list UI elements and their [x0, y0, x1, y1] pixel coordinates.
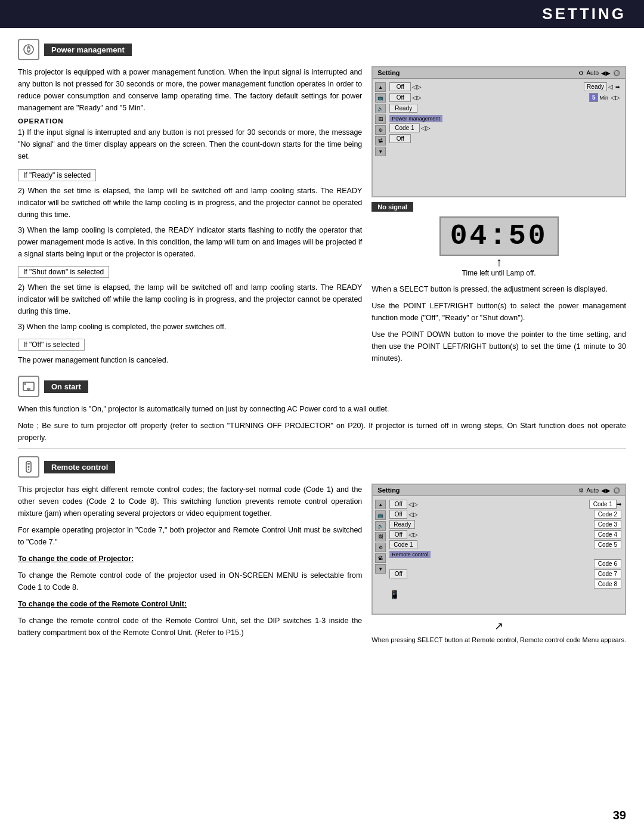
change-projector-text: To change the Remote control code of the…: [18, 569, 362, 593]
svg-point-1: [27, 48, 30, 51]
proj-title-left: Setting: [377, 69, 400, 76]
proj-sidebar: ▲ 📺 🔊 🖼 ⚙ 📽 ▼: [374, 81, 387, 157]
rc-row1-btn: Off: [389, 500, 407, 509]
condition1-label: If "Ready" is selected: [23, 171, 91, 179]
proj-rc-titlebar: Setting ⚙ Auto ◀▶ 🔘: [373, 485, 625, 496]
section-divider: [18, 448, 626, 449]
projector-ui-power: Setting ⚙ Auto ◀▶ 🔘 ▲ 📺 🔊 🖼 ⚙: [371, 66, 626, 197]
rc-caption: When pressing SELECT button at Remote co…: [371, 635, 626, 645]
condition2-text1: 2) When the set time is elapsed, the lam…: [18, 281, 362, 317]
remote-body2: For example operating projector in "Code…: [18, 524, 362, 548]
rc-row6-value: Code 6: [594, 559, 621, 568]
rc-row1: Off ◁▷ Code 1 ➡: [389, 500, 621, 509]
rc-row2-btn: Off: [389, 510, 407, 519]
page-title: SETTING: [542, 5, 626, 23]
change-projector-label: To change the code of Projector:: [18, 553, 362, 565]
proj-main: Off ◁▷ Ready ◁ ➡ Off ◁▷ 5 Min: [387, 81, 624, 157]
proj-rc-main: Off ◁▷ Code 1 ➡ Off ◁▷ Code 2: [387, 498, 624, 602]
rc-row7-value: Code 7: [594, 569, 621, 578]
proj-row1-arrow3: ➡: [614, 84, 621, 90]
proj-row1-value: Ready: [584, 82, 607, 91]
svg-point-8: [28, 466, 30, 468]
projector-ui-remote: Setting ⚙ Auto ◀▶ 🔘 ▲ 📺 🔊: [371, 484, 626, 615]
proj-rc-sidebar: ▲ 📺 🔊 🖼 ⚙ 📽 ▼: [374, 498, 387, 602]
proj-icon-nav: ◀▶: [601, 70, 611, 76]
proj-row2-arrow: ◁▷: [411, 94, 423, 101]
proj-row1-arrow2: ◁: [607, 83, 614, 90]
remote-control-section: Remote control This projector has eight …: [18, 456, 626, 645]
on-start-section: On start When this function is "On," pro…: [18, 376, 626, 444]
rc-row1-value: Code 1: [589, 500, 617, 509]
condition1-text1: 2) When the set time is elapsed, the lam…: [18, 185, 362, 221]
power-management-header: Power management: [18, 39, 626, 60]
page-number: 39: [613, 809, 626, 822]
proj-title-icons: ⚙ Auto ◀▶ 🔘: [578, 70, 620, 76]
rc-sidebar-icon-4: 🖼: [375, 532, 386, 541]
operation-text: 1) If the input signal is interrupted an…: [18, 126, 362, 162]
proj-rc-title-left: Setting: [377, 487, 400, 494]
proj-row2-btn: Off: [389, 93, 411, 102]
rc-sidebar-icon-5: ⚙: [375, 543, 386, 552]
rc-row8-value: Code 8: [594, 580, 621, 589]
on-start-label: On start: [44, 380, 88, 393]
proj-rc-body: ▲ 📺 🔊 🖼 ⚙ 📽 ▼ Off ◁▷: [373, 496, 625, 604]
svg-rect-7: [27, 463, 30, 465]
arrow-up-indicator: ↑: [371, 256, 626, 268]
rc-callout: ↗ When pressing SELECT button at Remote …: [371, 617, 626, 645]
proj-rc-icon-settings: ⚙: [578, 487, 584, 494]
rc-sidebar-icon-1: ▲: [375, 500, 386, 509]
condition3-text: The power management function is cancele…: [18, 354, 362, 366]
svg-rect-4: [27, 388, 30, 390]
proj-row2-value: 5: [589, 93, 599, 102]
change-remote-label: To change the code of the Remote Control…: [18, 598, 362, 610]
remote-body1: This projector has eight different remot…: [18, 484, 362, 519]
rc-row4-btn: Off: [389, 530, 407, 539]
proj-row5-btn: Off: [389, 134, 411, 143]
rc-row2-value: Code 2: [594, 510, 621, 519]
sidebar-icon-3: 🔊: [375, 104, 386, 113]
proj-row4-btn: Code 1: [389, 123, 419, 132]
desc2: Use the POINT LEFT/RIGHT button(s) to se…: [371, 300, 626, 324]
page-header: SETTING: [0, 0, 644, 28]
proj-row4: Code 1 ◁▷: [389, 123, 621, 132]
rc-sidebar-icon-2: 📺: [375, 510, 386, 520]
proj-row2-arrow2: ◁▷: [609, 94, 621, 101]
proj-row1-btn: Off: [389, 82, 411, 91]
rc-row5-btn: Code 1: [389, 540, 417, 549]
rc-row2: Off ◁▷ Code 2: [389, 510, 621, 519]
proj-row2: Off ◁▷ 5 Min ◁▷: [389, 93, 621, 102]
rc-row7-btn: Off: [389, 569, 407, 578]
remote-control-header: Remote control: [18, 456, 626, 478]
proj-row3-btn: Ready: [389, 104, 417, 113]
condition3-label: If "Off" is selected: [23, 340, 79, 349]
proj-row2-min: Min: [598, 95, 609, 101]
power-management-label: Power management: [44, 44, 132, 56]
sidebar-icon-7: ▼: [375, 147, 386, 156]
on-start-note: Note ; Be sure to turn projector off pro…: [18, 420, 626, 444]
desc1: When a SELECT button is pressed, the adj…: [371, 283, 626, 295]
nosignal-section: No signal 04:50 ↑ Time left until Lamp o…: [371, 202, 626, 277]
remote-two-col: This projector has eight different remot…: [18, 484, 626, 645]
sidebar-icon-1: ▲: [375, 82, 386, 92]
proj-row4-arrow: ◁▷: [420, 125, 432, 131]
change-remote-text: To change the remote control code of the…: [18, 615, 362, 639]
operation-label: OPERATION: [18, 117, 362, 125]
power-mgmt-body1: This projector is equipped with a power …: [18, 66, 362, 114]
on-start-icon: [18, 376, 39, 397]
countdown-display: 04:50: [439, 216, 559, 256]
timeleft-label: Time left until Lamp off.: [371, 269, 626, 277]
proj-row5: Off: [389, 134, 621, 143]
rc-row5-value: Code 5: [594, 540, 621, 549]
condition1-box: If "Ready" is selected: [18, 169, 96, 181]
rc-row8: Code 8: [389, 580, 621, 589]
power-management-icon: [18, 39, 39, 60]
proj-row1: Off ◁▷ Ready ◁ ➡: [389, 82, 621, 91]
remote-control-icon: [18, 456, 39, 478]
svg-point-3: [24, 383, 26, 385]
on-start-header: On start: [18, 376, 626, 397]
rc-sidebar-icon-3: 🔊: [375, 521, 386, 531]
proj-rc-icon-nav: ◀▶: [601, 487, 611, 494]
countdown-container: 04:50 ↑ Time left until Lamp off.: [371, 216, 626, 277]
rc-row3: Ready Code 3: [389, 520, 621, 529]
proj-row1-arrow: ◁▷: [411, 83, 423, 90]
